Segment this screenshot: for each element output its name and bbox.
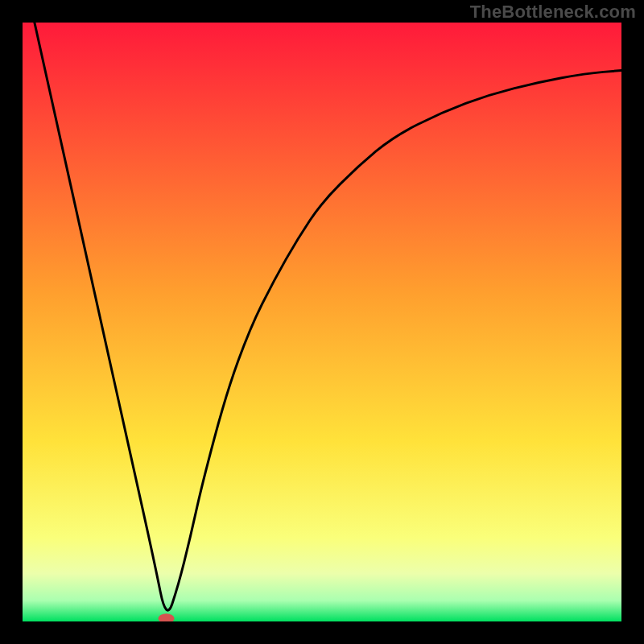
chart-svg <box>23 23 621 621</box>
plot-area <box>23 23 621 621</box>
chart-frame: TheBottleneck.com <box>0 0 644 644</box>
gradient-background <box>23 23 621 621</box>
watermark-text: TheBottleneck.com <box>470 2 636 23</box>
